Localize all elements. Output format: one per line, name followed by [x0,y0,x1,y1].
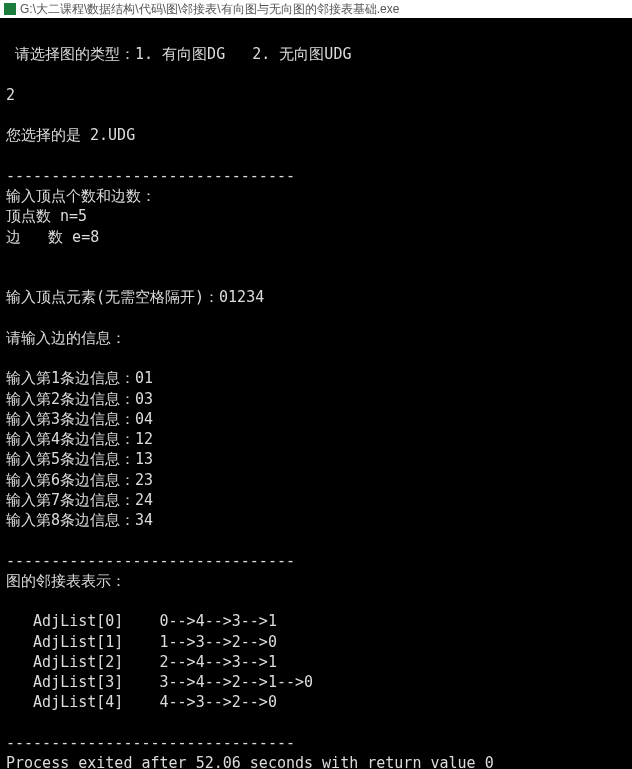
window-title: G:\大二课程\数据结构\代码\图\邻接表\有向图与无向图的邻接表基础.exe [20,1,399,18]
prompt-vertex-elements: 输入顶点元素(无需空格隔开)：01234 [6,288,264,306]
separator: -------------------------------- [6,552,295,570]
adj-list-row: AdjList[0] 0-->4-->3-->1 [6,612,277,630]
edge-line: 输入第4条边信息：12 [6,430,153,448]
user-input-type: 2 [6,86,15,104]
selected-result: 您选择的是 2.UDG [6,126,135,144]
app-icon [4,3,16,15]
edge-line: 输入第3条边信息：04 [6,410,153,428]
vertex-count: 顶点数 n=5 [6,207,87,225]
adj-header: 图的邻接表表示： [6,572,126,590]
edge-count: 边 数 e=8 [6,228,99,246]
prompt-select-type: 请选择图的类型：1. 有向图DG 2. 无向图UDG [6,45,351,63]
edge-line: 输入第1条边信息：01 [6,369,153,387]
adj-list-row: AdjList[3] 3-->4-->2-->1-->0 [6,673,313,691]
adj-list-row: AdjList[1] 1-->3-->2-->0 [6,633,277,651]
adj-list-row: AdjList[4] 4-->3-->2-->0 [6,693,277,711]
process-exit: Process exited after 52.06 seconds with … [6,754,494,769]
adj-list-row: AdjList[2] 2-->4-->3-->1 [6,653,277,671]
edge-line: 输入第7条边信息：24 [6,491,153,509]
separator: -------------------------------- [6,167,295,185]
edge-line: 输入第6条边信息：23 [6,471,153,489]
edge-line: 输入第2条边信息：03 [6,390,153,408]
console-output: 请选择图的类型：1. 有向图DG 2. 无向图UDG 2 您选择的是 2.UDG… [0,18,632,769]
edge-line: 输入第8条边信息：34 [6,511,153,529]
edge-line: 输入第5条边信息：13 [6,450,153,468]
window-titlebar[interactable]: G:\大二课程\数据结构\代码\图\邻接表\有向图与无向图的邻接表基础.exe [0,0,632,18]
prompt-vertices-edges: 输入顶点个数和边数： [6,187,156,205]
prompt-edges-header: 请输入边的信息： [6,329,126,347]
separator: -------------------------------- [6,734,295,752]
